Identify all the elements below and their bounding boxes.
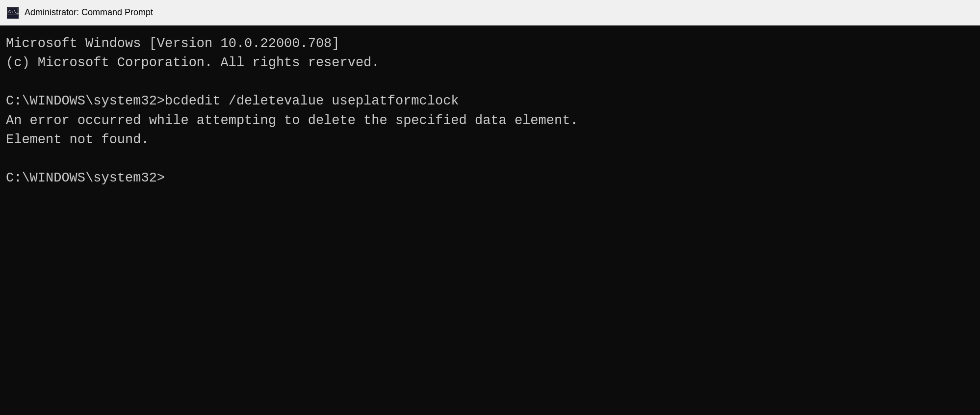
title-bar-text: Administrator: Command Prompt [25,7,153,18]
terminal-body[interactable]: Microsoft Windows [Version 10.0.22000.70… [0,26,980,415]
terminal-line: (c) Microsoft Corporation. All rights re… [6,53,974,73]
terminal-line: An error occurred while attempting to de… [6,111,974,130]
terminal-line: C:\WINDOWS\system32> [6,169,974,188]
terminal-line: Microsoft Windows [Version 10.0.22000.70… [6,34,974,53]
terminal-line [6,150,974,169]
title-bar: C:\_ Administrator: Command Prompt [0,0,980,26]
terminal-line: Element not found. [6,130,974,150]
terminal-line: C:\WINDOWS\system32>bcdedit /deletevalue… [6,92,974,111]
cmd-icon: C:\_ [6,6,20,20]
terminal-line [6,73,974,92]
svg-text:C:\_: C:\_ [8,10,19,15]
